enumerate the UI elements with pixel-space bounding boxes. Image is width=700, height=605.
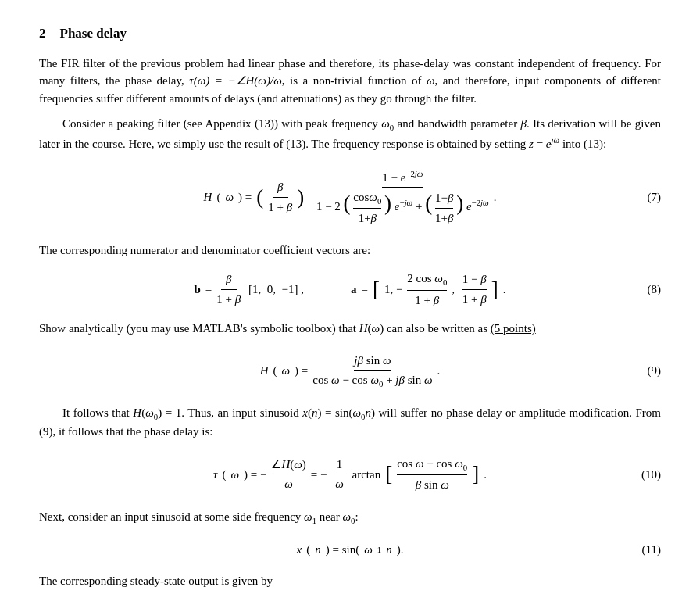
- equation-10: τ(ω) = − ∠H(ω) ω = − 1 ω arctan [ cos ω …: [39, 455, 661, 494]
- paragraph-3: The corresponding numerator and denomina…: [39, 242, 661, 260]
- equation-11: x(n) = sin(ω1n). (11): [39, 541, 661, 559]
- paragraph-2: Consider a peaking filter (see Appendix …: [39, 115, 661, 153]
- paragraph-6: Next, consider an input sinusoid at some…: [39, 508, 661, 527]
- paragraph-1: The FIR filter of the previous problem h…: [39, 55, 661, 108]
- eq-number-9: (9): [648, 362, 662, 380]
- section-title: 2 Phase delay: [39, 23, 661, 44]
- eq-number-10: (10): [641, 466, 661, 484]
- eq-number-8: (8): [648, 281, 662, 299]
- equation-7: H(ω) = ( β 1 + β ) 1 − e−2jω 1 − 2 ( cos…: [39, 167, 661, 227]
- section-heading: Phase delay: [60, 23, 127, 44]
- paragraph-4: Show analytically (you may use MATLAB's …: [39, 320, 661, 338]
- equation-9: H(ω) = jβ sin ω cos ω − cos ω0 + jβ sin …: [39, 352, 661, 391]
- paragraph-7: The corresponding steady-state output is…: [39, 572, 661, 590]
- eq-number-11: (11): [642, 541, 661, 559]
- eq-number-7: (7): [648, 188, 662, 206]
- equation-8: b = β 1 + β [1, 0, −1] , a = [ 1, − 2 co…: [39, 270, 661, 309]
- paragraph-5: It follows that H(ω0) = 1. Thus, an inpu…: [39, 404, 661, 441]
- section-number: 2: [39, 23, 46, 44]
